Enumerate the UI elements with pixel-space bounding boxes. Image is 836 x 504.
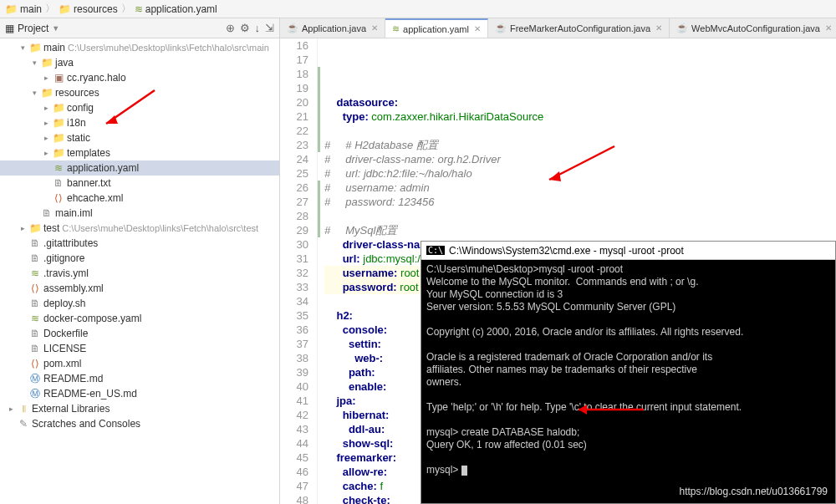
tree-node[interactable]: 🗎banner.txt <box>0 176 279 191</box>
expand-icon[interactable]: ▸ <box>5 405 17 413</box>
expand-icon[interactable]: ▸ <box>40 104 52 112</box>
chevron-down-icon[interactable]: ▼ <box>52 24 59 33</box>
xml-icon: ⟨⟩ <box>28 358 42 369</box>
tree-node[interactable]: ✎Scratches and Consoles <box>0 416 279 431</box>
editor-tab[interactable]: ☕FreeMarkerAutoConfiguration.java✕ <box>488 18 670 38</box>
folder-icon: 📁 <box>59 3 71 15</box>
tree-node[interactable]: ⓂREADME.md <box>0 371 279 386</box>
tree-node[interactable]: 🗎.gitignore <box>0 251 279 266</box>
tree-label: main.iml <box>55 207 93 219</box>
expand-icon[interactable]: ▸ <box>40 134 52 142</box>
tree-node[interactable]: ⟨⟩pom.xml <box>0 356 279 371</box>
code-line[interactable]: # username: admin <box>324 181 836 195</box>
terminal-window[interactable]: C:\ C:\Windows\System32\cmd.exe - mysql … <box>421 241 836 504</box>
chevron-right-icon: 〉 <box>45 2 55 16</box>
tree-node[interactable]: ▸📁i18n <box>0 115 279 130</box>
expand-icon[interactable]: ▸ <box>40 149 52 157</box>
java-file-icon: ☕ <box>676 23 688 33</box>
tab-label: FreeMarkerAutoConfiguration.java <box>510 23 650 33</box>
tree-node[interactable]: ▸▣cc.ryanc.halo <box>0 70 279 85</box>
project-title: Project <box>18 23 48 34</box>
code-line[interactable]: type: com.zaxxer.hikari.HikariDataSource <box>324 109 836 124</box>
tree-node[interactable]: 🗎.gitattributes <box>0 236 279 251</box>
close-icon[interactable]: ✕ <box>371 23 378 33</box>
tree-label: config <box>67 102 94 114</box>
terminal-line <box>426 414 830 426</box>
close-icon[interactable]: ✕ <box>825 23 832 33</box>
tree-label: README.md <box>43 373 103 384</box>
close-icon[interactable]: ✕ <box>655 23 662 33</box>
add-icon[interactable]: ⊕ <box>226 22 235 34</box>
tree-node[interactable]: ▸📁templates <box>0 145 279 160</box>
folder-icon: 📁 <box>52 132 65 144</box>
breadcrumb-item-resources[interactable]: 📁 resources <box>59 3 118 15</box>
code-line[interactable]: # password: 123456 <box>324 195 836 209</box>
tree-node[interactable]: ▸📁config <box>0 100 279 115</box>
folder-icon: 📁 <box>28 222 42 234</box>
project-tree[interactable]: ▾📁mainC:\Users\muhe\Desktop\links\Fetch\… <box>0 38 279 504</box>
terminal-title: C:\Windows\System32\cmd.exe - mysql -uro… <box>449 245 684 257</box>
expand-icon[interactable]: ▾ <box>28 59 40 67</box>
breadcrumb-item-main[interactable]: 📁 main <box>5 3 42 15</box>
folder-icon: 📁 <box>28 42 42 53</box>
tree-node[interactable]: ≋application.yaml <box>0 160 279 176</box>
editor-tab[interactable]: ☕Application.java✕ <box>280 18 385 38</box>
tree-label: LICENSE <box>43 343 86 354</box>
tree-node[interactable]: ▸📁static <box>0 130 279 145</box>
tree-node[interactable]: ≋.travis.yml <box>0 266 279 281</box>
file-icon: 🗎 <box>28 328 42 339</box>
code-line[interactable] <box>324 209 836 223</box>
terminal-titlebar[interactable]: C:\ C:\Windows\System32\cmd.exe - mysql … <box>421 242 835 260</box>
tree-label: Scratches and Consoles <box>32 418 140 430</box>
expand-icon[interactable]: ▾ <box>28 89 40 97</box>
gear-icon[interactable]: ⚙ <box>240 22 250 34</box>
tree-node[interactable]: ▾📁resources <box>0 85 279 100</box>
expand-icon[interactable]: ▸ <box>40 74 52 82</box>
tree-node[interactable]: ▾📁java <box>0 55 279 70</box>
terminal-line: Welcome to the MySQL monitor. Commands e… <box>426 276 830 288</box>
terminal-line <box>426 313 830 326</box>
code-line[interactable]: datasource: <box>324 95 836 109</box>
terminal-line <box>426 339 830 351</box>
tree-node[interactable]: ▸📁testC:\Users\muhe\Desktop\links\Fetch\… <box>0 221 279 236</box>
collapse-icon[interactable]: ↓ <box>255 22 261 34</box>
txt-icon: 🗎 <box>28 252 42 264</box>
file-icon: 🗎 <box>40 207 54 219</box>
breadcrumb-item-file[interactable]: ≋ application.yaml <box>135 3 217 15</box>
lib-icon: ⫴ <box>17 403 30 415</box>
folder-icon: 📁 <box>52 102 65 114</box>
folder-icon: 📁 <box>52 147 65 159</box>
expand-icon[interactable]: ▸ <box>17 224 28 232</box>
tree-label: resources <box>55 87 99 99</box>
tree-node[interactable]: ▸⫴External Libraries <box>0 401 279 416</box>
expand-icon[interactable]: ▸ <box>40 119 52 127</box>
expand-icon[interactable]: ▾ <box>17 43 28 52</box>
editor-tab[interactable]: ☕WebMvcAutoConfiguration.java✕ <box>670 18 836 38</box>
code-line[interactable]: # url: jdbc:h2:file:~/halo/halo <box>324 166 836 181</box>
watermark: https://blog.csdn.net/u013661799 <box>680 486 828 497</box>
tree-label: .travis.yml <box>43 267 89 279</box>
hide-icon[interactable]: ⇲ <box>265 22 274 34</box>
editor-tab[interactable]: ≋application.yaml✕ <box>385 18 488 38</box>
code-line[interactable]: # MySql配置 <box>324 223 836 237</box>
tree-node[interactable]: 🗎main.iml <box>0 206 279 221</box>
xml-icon: ⟨⟩ <box>28 283 42 294</box>
tree-node[interactable]: ≋docker-compose.yaml <box>0 311 279 326</box>
tab-label: application.yaml <box>403 24 469 34</box>
tree-node[interactable]: ⟨⟩ehcache.xml <box>0 191 279 206</box>
tree-node[interactable]: ⟨⟩assembly.xml <box>0 281 279 296</box>
terminal-line: Copyright (c) 2000, 2016, Oracle and/or … <box>426 326 830 339</box>
code-line[interactable]: # driver-class-name: org.h2.Driver <box>324 152 836 166</box>
terminal-line <box>426 451 830 464</box>
close-icon[interactable]: ✕ <box>474 24 481 33</box>
terminal-line: Server version: 5.5.53 MySQL Community S… <box>426 301 830 313</box>
tree-node[interactable]: 🗎deploy.sh <box>0 296 279 311</box>
tree-node[interactable]: ▾📁mainC:\Users\muhe\Desktop\links\Fetch\… <box>0 40 279 55</box>
tree-node[interactable]: ⓂREADME-en_US.md <box>0 386 279 401</box>
tree-node[interactable]: 🗎Dockerfile <box>0 326 279 341</box>
code-line[interactable]: # # H2database 配置 <box>324 138 836 152</box>
code-line[interactable] <box>324 124 836 138</box>
terminal-body[interactable]: C:\Users\muhe\Desktop>mysql -uroot -proo… <box>421 260 835 480</box>
tree-label: External Libraries <box>32 403 110 415</box>
tree-node[interactable]: 🗎LICENSE <box>0 341 279 356</box>
